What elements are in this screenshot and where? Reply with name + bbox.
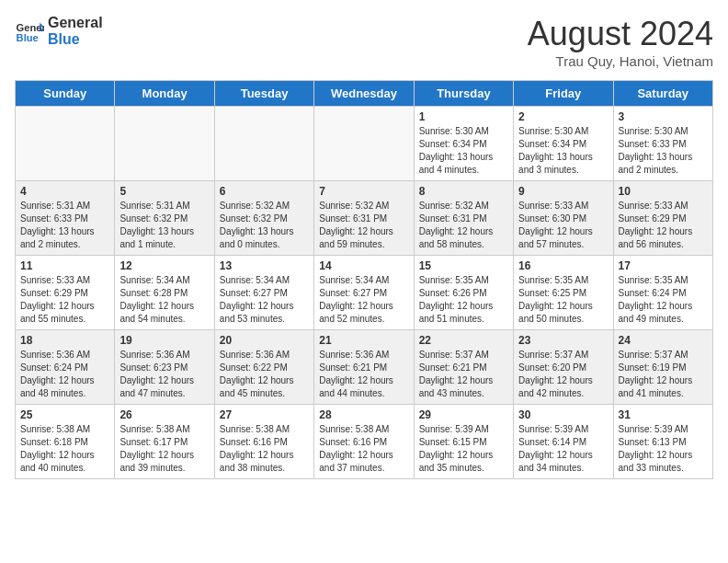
calendar-week-row: 4Sunrise: 5:31 AM Sunset: 6:33 PM Daylig… xyxy=(16,181,713,256)
day-info: Sunrise: 5:36 AM Sunset: 6:24 PM Dayligh… xyxy=(20,349,109,400)
calendar-cell: 17Sunrise: 5:35 AM Sunset: 6:24 PM Dayli… xyxy=(613,256,712,330)
day-info: Sunrise: 5:32 AM Sunset: 6:31 PM Dayligh… xyxy=(319,200,408,251)
day-number: 1 xyxy=(419,110,508,123)
day-number: 26 xyxy=(119,408,209,421)
calendar-cell: 23Sunrise: 5:37 AM Sunset: 6:20 PM Dayli… xyxy=(514,330,613,405)
day-info: Sunrise: 5:37 AM Sunset: 6:19 PM Dayligh… xyxy=(619,349,708,400)
day-info: Sunrise: 5:39 AM Sunset: 6:14 PM Dayligh… xyxy=(518,423,608,475)
calendar-cell: 5Sunrise: 5:31 AM Sunset: 6:32 PM Daylig… xyxy=(115,181,214,256)
day-number: 17 xyxy=(619,259,708,272)
day-number: 25 xyxy=(20,408,109,421)
day-number: 4 xyxy=(20,185,109,198)
title-section: August 2024 Trau Quy, Hanoi, Vietnam xyxy=(528,15,713,69)
day-info: Sunrise: 5:32 AM Sunset: 6:31 PM Dayligh… xyxy=(419,200,508,251)
day-number: 29 xyxy=(419,408,508,421)
day-number: 3 xyxy=(619,110,708,123)
calendar-cell xyxy=(115,107,214,181)
day-number: 11 xyxy=(20,259,109,272)
calendar-cell: 29Sunrise: 5:39 AM Sunset: 6:15 PM Dayli… xyxy=(414,405,513,479)
calendar-cell: 11Sunrise: 5:33 AM Sunset: 6:29 PM Dayli… xyxy=(16,256,115,330)
day-number: 12 xyxy=(119,259,209,272)
calendar-cell: 30Sunrise: 5:39 AM Sunset: 6:14 PM Dayli… xyxy=(514,405,613,479)
weekday-header-sunday: Sunday xyxy=(16,81,115,107)
day-number: 19 xyxy=(119,334,209,347)
calendar-cell: 16Sunrise: 5:35 AM Sunset: 6:25 PM Dayli… xyxy=(514,256,613,330)
day-info: Sunrise: 5:34 AM Sunset: 6:27 PM Dayligh… xyxy=(319,274,408,326)
day-number: 23 xyxy=(518,334,608,347)
day-info: Sunrise: 5:39 AM Sunset: 6:13 PM Dayligh… xyxy=(619,423,708,475)
day-info: Sunrise: 5:33 AM Sunset: 6:29 PM Dayligh… xyxy=(619,200,708,251)
calendar-cell xyxy=(16,107,115,181)
day-info: Sunrise: 5:33 AM Sunset: 6:29 PM Dayligh… xyxy=(20,274,109,326)
calendar-cell: 20Sunrise: 5:36 AM Sunset: 6:22 PM Dayli… xyxy=(214,330,313,405)
weekday-header-wednesday: Wednesday xyxy=(314,81,414,107)
day-number: 5 xyxy=(119,185,209,198)
day-number: 6 xyxy=(220,185,309,198)
calendar-cell: 13Sunrise: 5:34 AM Sunset: 6:27 PM Dayli… xyxy=(214,256,313,330)
calendar-cell: 7Sunrise: 5:32 AM Sunset: 6:31 PM Daylig… xyxy=(314,181,414,256)
logo-line2: Blue xyxy=(48,31,103,48)
logo-line1: General xyxy=(48,15,103,31)
day-number: 7 xyxy=(319,185,408,198)
calendar-cell: 8Sunrise: 5:32 AM Sunset: 6:31 PM Daylig… xyxy=(414,181,513,256)
calendar-cell: 19Sunrise: 5:36 AM Sunset: 6:23 PM Dayli… xyxy=(115,330,214,405)
calendar-week-row: 18Sunrise: 5:36 AM Sunset: 6:24 PM Dayli… xyxy=(16,330,713,405)
day-number: 31 xyxy=(619,408,708,421)
day-info: Sunrise: 5:35 AM Sunset: 6:26 PM Dayligh… xyxy=(419,274,508,326)
calendar-cell: 14Sunrise: 5:34 AM Sunset: 6:27 PM Dayli… xyxy=(314,256,414,330)
day-number: 22 xyxy=(419,334,508,347)
day-info: Sunrise: 5:38 AM Sunset: 6:16 PM Dayligh… xyxy=(220,423,309,475)
day-number: 21 xyxy=(319,334,408,347)
calendar-cell: 9Sunrise: 5:33 AM Sunset: 6:30 PM Daylig… xyxy=(514,181,613,256)
day-info: Sunrise: 5:33 AM Sunset: 6:30 PM Dayligh… xyxy=(518,200,608,251)
calendar-cell xyxy=(314,107,414,181)
day-info: Sunrise: 5:36 AM Sunset: 6:23 PM Dayligh… xyxy=(119,349,209,400)
calendar-cell: 21Sunrise: 5:36 AM Sunset: 6:21 PM Dayli… xyxy=(314,330,414,405)
day-number: 2 xyxy=(518,110,608,123)
day-number: 20 xyxy=(220,334,309,347)
calendar-title: August 2024 xyxy=(528,15,713,53)
calendar-cell: 4Sunrise: 5:31 AM Sunset: 6:33 PM Daylig… xyxy=(16,181,115,256)
weekday-header-thursday: Thursday xyxy=(414,81,513,107)
calendar-cell: 28Sunrise: 5:38 AM Sunset: 6:16 PM Dayli… xyxy=(314,405,414,479)
logo-icon: General Blue xyxy=(15,17,44,46)
calendar-table: SundayMondayTuesdayWednesdayThursdayFrid… xyxy=(15,80,713,479)
calendar-week-row: 25Sunrise: 5:38 AM Sunset: 6:18 PM Dayli… xyxy=(16,405,713,479)
weekday-header-row: SundayMondayTuesdayWednesdayThursdayFrid… xyxy=(16,81,713,107)
day-info: Sunrise: 5:35 AM Sunset: 6:24 PM Dayligh… xyxy=(619,274,708,326)
day-number: 8 xyxy=(419,185,508,198)
logo: General Blue General Blue xyxy=(15,15,103,47)
day-number: 18 xyxy=(20,334,109,347)
day-info: Sunrise: 5:38 AM Sunset: 6:16 PM Dayligh… xyxy=(319,423,408,475)
calendar-cell: 31Sunrise: 5:39 AM Sunset: 6:13 PM Dayli… xyxy=(613,405,712,479)
weekday-header-friday: Friday xyxy=(514,81,613,107)
day-number: 10 xyxy=(619,185,708,198)
day-number: 27 xyxy=(220,408,309,421)
day-info: Sunrise: 5:38 AM Sunset: 6:18 PM Dayligh… xyxy=(20,423,109,475)
calendar-cell: 10Sunrise: 5:33 AM Sunset: 6:29 PM Dayli… xyxy=(613,181,712,256)
day-number: 15 xyxy=(419,259,508,272)
calendar-cell: 27Sunrise: 5:38 AM Sunset: 6:16 PM Dayli… xyxy=(214,405,313,479)
calendar-cell: 24Sunrise: 5:37 AM Sunset: 6:19 PM Dayli… xyxy=(613,330,712,405)
day-info: Sunrise: 5:36 AM Sunset: 6:22 PM Dayligh… xyxy=(220,349,309,400)
day-number: 24 xyxy=(619,334,708,347)
day-number: 16 xyxy=(518,259,608,272)
day-info: Sunrise: 5:34 AM Sunset: 6:27 PM Dayligh… xyxy=(220,274,309,326)
calendar-cell: 15Sunrise: 5:35 AM Sunset: 6:26 PM Dayli… xyxy=(414,256,513,330)
day-info: Sunrise: 5:37 AM Sunset: 6:20 PM Dayligh… xyxy=(518,349,608,400)
calendar-cell xyxy=(214,107,313,181)
calendar-cell: 22Sunrise: 5:37 AM Sunset: 6:21 PM Dayli… xyxy=(414,330,513,405)
day-info: Sunrise: 5:30 AM Sunset: 6:33 PM Dayligh… xyxy=(619,125,708,177)
day-info: Sunrise: 5:38 AM Sunset: 6:17 PM Dayligh… xyxy=(119,423,209,475)
calendar-cell: 25Sunrise: 5:38 AM Sunset: 6:18 PM Dayli… xyxy=(16,405,115,479)
day-info: Sunrise: 5:32 AM Sunset: 6:32 PM Dayligh… xyxy=(220,200,309,251)
calendar-week-row: 11Sunrise: 5:33 AM Sunset: 6:29 PM Dayli… xyxy=(16,256,713,330)
day-number: 30 xyxy=(518,408,608,421)
calendar-cell: 12Sunrise: 5:34 AM Sunset: 6:28 PM Dayli… xyxy=(115,256,214,330)
svg-text:Blue: Blue xyxy=(17,32,39,43)
calendar-cell: 18Sunrise: 5:36 AM Sunset: 6:24 PM Dayli… xyxy=(16,330,115,405)
day-info: Sunrise: 5:35 AM Sunset: 6:25 PM Dayligh… xyxy=(518,274,608,326)
day-number: 14 xyxy=(319,259,408,272)
calendar-cell: 26Sunrise: 5:38 AM Sunset: 6:17 PM Dayli… xyxy=(115,405,214,479)
day-info: Sunrise: 5:31 AM Sunset: 6:33 PM Dayligh… xyxy=(20,200,109,251)
